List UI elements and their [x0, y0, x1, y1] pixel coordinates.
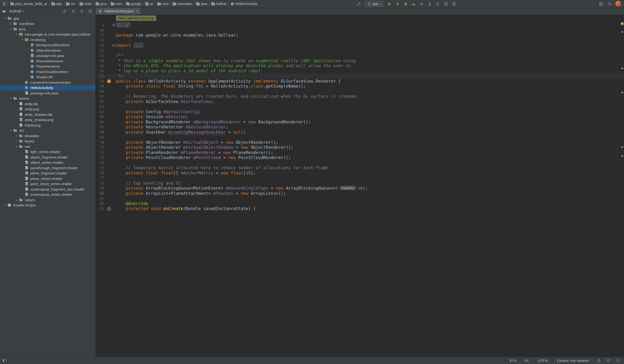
breadcrumb-item[interactable]: ar: [145, 1, 154, 6]
tree-item[interactable]: PlaneRenderer: [0, 64, 95, 69]
tree-item[interactable]: screenquad_vertex.shader: [0, 192, 95, 197]
code-line[interactable]: 19+import ...: [96, 43, 624, 48]
tree-item[interactable]: object_fragment.shader: [0, 155, 95, 160]
expand-arrow-icon[interactable]: ▾: [8, 97, 13, 100]
close-icon[interactable]: ×: [136, 9, 138, 13]
line-number[interactable]: 63: [96, 104, 106, 109]
line-number[interactable]: 54: [96, 58, 106, 64]
code-line[interactable]: 54 * This is a simple example that shows…: [96, 58, 624, 64]
line-number[interactable]: 57: [96, 74, 106, 79]
code-line[interactable]: 73 private PointCloudRenderer mPointClou…: [96, 155, 624, 160]
toolwindow-toggle-icon[interactable]: [3, 359, 6, 362]
line-number[interactable]: 59: [96, 84, 106, 89]
breadcrumb-item[interactable]: java_arcore_hello_ar: [10, 1, 48, 6]
attach-debugger-icon[interactable]: [426, 1, 433, 7]
code-line[interactable]: 72 private PlaneRenderer mPlaneRenderer …: [96, 150, 624, 156]
expand-arrow-icon[interactable]: ▸: [14, 139, 19, 143]
tree-item[interactable]: ▾raw: [0, 144, 95, 149]
line-number[interactable]: 65: [96, 114, 106, 120]
tree-item[interactable]: passthrough_fragment.shader: [0, 165, 95, 171]
line-number[interactable]: 80: [96, 191, 106, 196]
code-line[interactable]: 61 // Rendering. The Renderers are creat…: [96, 94, 624, 99]
tree-item[interactable]: ▸values: [0, 197, 95, 203]
tree-item[interactable]: object_vertex.shader: [0, 160, 95, 165]
stripe-mark[interactable]: [621, 68, 623, 69]
stripe-mark[interactable]: [621, 31, 623, 32]
code-line[interactable]: 58<>public class HelloArActivity extends…: [96, 79, 624, 84]
line-number[interactable]: 70: [96, 140, 106, 145]
line-number[interactable]: 56: [96, 69, 106, 74]
line-number[interactable]: 74: [96, 160, 106, 166]
collapse-all-icon[interactable]: [70, 8, 77, 14]
tree-item[interactable]: andy.obj: [0, 101, 95, 106]
caret-position[interactable]: 57:4: [510, 359, 516, 363]
tree-item[interactable]: ▾com.google.ar.core.examples.java.helloa…: [0, 32, 95, 37]
line-number[interactable]: 18: [96, 38, 106, 43]
code-editor[interactable]: 1+/.../1617package com.google.ar.core.ex…: [96, 22, 624, 357]
tree-item[interactable]: ▸manifests: [0, 21, 95, 26]
code-line[interactable]: 18: [96, 38, 624, 43]
tree-item[interactable]: ▾java: [0, 26, 95, 32]
code-line[interactable]: 81: [96, 196, 624, 201]
context-widget[interactable]: Context: <no context>: [557, 359, 589, 363]
line-number[interactable]: 16: [96, 28, 106, 33]
line-number[interactable]: 58: [96, 79, 106, 84]
breadcrumb-item[interactable]: com: [110, 1, 123, 6]
run-button[interactable]: [386, 1, 393, 7]
line-number[interactable]: 78: [96, 181, 106, 186]
tree-item[interactable]: trigrid.png: [0, 122, 95, 128]
breadcrumb-item[interactable]: google: [126, 1, 142, 6]
profile-avatar[interactable]: [616, 1, 621, 7]
tree-item[interactable]: CameraPermissionHelper: [0, 80, 95, 85]
tree-item[interactable]: BackgroundRenderer: [0, 43, 95, 48]
line-number[interactable]: 60: [96, 89, 106, 94]
lock-icon[interactable]: [596, 358, 602, 364]
breadcrumb-item[interactable]: java: [95, 1, 107, 6]
code-line[interactable]: 59 private static final String TAG = Hel…: [96, 84, 624, 89]
code-line[interactable]: 77: [96, 176, 624, 181]
line-number[interactable]: 1: [96, 23, 106, 28]
code-line[interactable]: 63: [96, 104, 624, 109]
code-line[interactable]: 56 * tap on a plane to place a 3d model …: [96, 69, 624, 74]
code-line[interactable]: 79 private ArrayBlockingQueue<MotionEven…: [96, 186, 624, 191]
expand-arrow-icon[interactable]: ▾: [14, 145, 19, 148]
line-number[interactable]: 69: [96, 135, 106, 140]
profiler-button[interactable]: [410, 1, 417, 7]
tree-item[interactable]: ▸Gradle Scripts: [0, 203, 95, 208]
line-number[interactable]: 77: [96, 176, 106, 181]
project-view-selector[interactable]: Android: [9, 9, 21, 13]
sync-project-icon[interactable]: [434, 1, 441, 7]
code-line[interactable]: 76 private final float[] mAnchorMatrix =…: [96, 171, 624, 176]
code-line[interactable]: 71 private ObjectRenderer mVirtualObject…: [96, 145, 624, 150]
tree-item[interactable]: ShaderUtil: [0, 75, 95, 80]
line-number[interactable]: 76: [96, 171, 106, 176]
breadcrumb-item[interactable]: app: [51, 1, 63, 6]
line-separator-widget[interactable]: LF:: [525, 359, 529, 363]
code-line[interactable]: 75 // Temporary matrix allocated here to…: [96, 165, 624, 171]
code-line[interactable]: 78 // Tap handling and UI.: [96, 181, 624, 186]
folded-region[interactable]: /.../: [116, 23, 130, 27]
file-encoding-widget[interactable]: UTF-8:: [538, 359, 548, 363]
line-number[interactable]: 79: [96, 186, 106, 191]
tree-item[interactable]: andy_shadow.obj: [0, 112, 95, 117]
line-number[interactable]: 82: [96, 201, 106, 207]
stripe-mark[interactable]: [621, 147, 623, 148]
expand-arrow-icon[interactable]: ▾: [8, 27, 13, 31]
expand-arrow-icon[interactable]: ▸: [8, 22, 13, 25]
expand-arrow-icon[interactable]: ▾: [8, 129, 13, 132]
tree-item[interactable]: package-info.java: [0, 90, 95, 96]
line-number[interactable]: 61: [96, 94, 106, 99]
line-number[interactable]: 67: [96, 125, 106, 130]
stop-button[interactable]: [418, 1, 425, 7]
tree-item[interactable]: PointCloudRenderer: [0, 69, 95, 75]
expand-arrow-icon[interactable]: ▾: [14, 33, 19, 36]
code-line[interactable]: 62 private GLSurfaceView mSurfaceView;: [96, 99, 624, 104]
breadcrumb-item[interactable]: helloar: [211, 1, 227, 6]
tree-item[interactable]: ▾rendering: [0, 37, 95, 43]
line-number[interactable]: 55: [96, 63, 106, 69]
code-line[interactable]: 1+/.../: [96, 23, 624, 28]
line-number[interactable]: 64: [96, 109, 106, 115]
breadcrumb-item[interactable]: java: [196, 1, 208, 6]
folded-region[interactable]: ...: [134, 43, 143, 48]
tree-item[interactable]: ▾res: [0, 128, 95, 133]
